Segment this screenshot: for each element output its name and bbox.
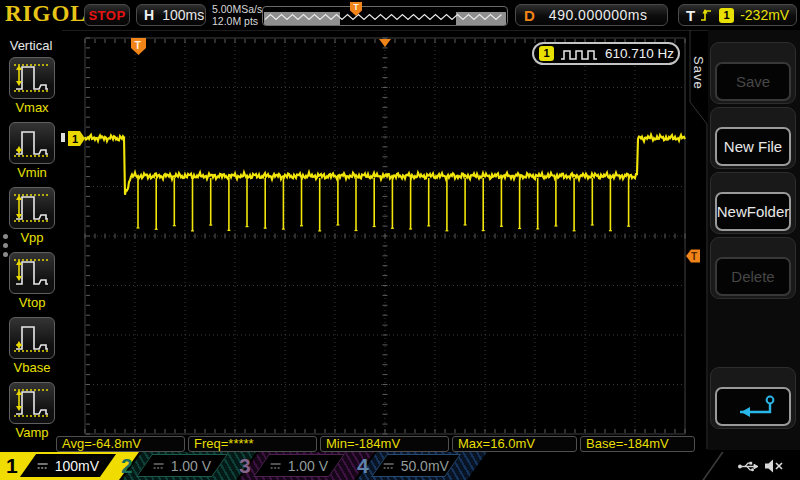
trigger-level-marker-icon: T	[686, 250, 700, 263]
menu-tab-outline	[690, 30, 707, 449]
graticule-grid	[85, 38, 685, 434]
trigger-time-marker-icon: T	[131, 38, 146, 55]
square-wave-icon	[560, 47, 598, 61]
trigger-center-marker-icon	[379, 39, 391, 47]
frequency-counter-badge: 1 610.710 Hz	[532, 42, 680, 65]
ch1-offset-marker: 1	[68, 131, 85, 146]
memory-trigger-position-icon: T	[350, 2, 362, 16]
svg-text:1: 1	[72, 133, 78, 145]
svg-text:T: T	[691, 251, 697, 262]
oscilloscope-screen: RIGOL STOP H 100ms 5.00MSa/s 12.0M pts T…	[0, 0, 800, 480]
svg-text:T: T	[135, 39, 142, 51]
menu-scroll-indicator	[61, 133, 65, 142]
waveform-display: 1 T T	[0, 0, 800, 480]
freq-counter-value: 610.710 Hz	[605, 46, 674, 61]
freq-counter-channel-badge: 1	[539, 46, 554, 61]
